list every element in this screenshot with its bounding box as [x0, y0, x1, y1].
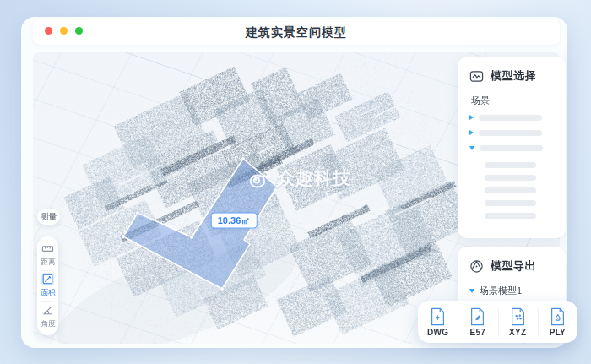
chevron-right-icon — [469, 130, 474, 135]
dwg-file-icon — [430, 307, 446, 326]
skeleton-bar — [479, 130, 542, 136]
model-select-icon — [469, 69, 484, 84]
scene-tree-child[interactable] — [485, 162, 536, 168]
skeleton-bar — [480, 145, 543, 151]
titlebar: 建筑实景空间模型 — [33, 19, 560, 45]
weibo-logo-icon — [247, 166, 273, 191]
export-model-dropdown[interactable]: 场景模型1 — [469, 285, 554, 297]
scene-tree-child[interactable] — [485, 213, 536, 219]
measurement-value-badge: 10.36㎡ — [211, 213, 258, 229]
measure-mode-button[interactable]: 测量 — [37, 209, 60, 225]
divider — [41, 270, 54, 271]
window-title: 建筑实景空间模型 — [33, 19, 560, 45]
tool-area[interactable]: 面积 — [41, 273, 56, 298]
panel-title: 模型选择 — [491, 68, 536, 84]
angle-icon — [41, 304, 54, 317]
panel-title: 模型导出 — [491, 258, 536, 274]
model-select-panel: 模型选择 场景 — [458, 57, 566, 238]
scene-tree-node[interactable] — [469, 110, 554, 125]
scene-tree-node[interactable] — [469, 125, 554, 140]
skeleton-bar — [479, 115, 542, 121]
export-dwg-button[interactable]: DWG — [418, 301, 458, 343]
measure-tools-toolbar: 距离 面积 角度 — [37, 236, 58, 335]
chevron-right-icon — [469, 115, 474, 120]
ply-file-icon — [550, 307, 566, 326]
watermark-text: 众趣科技 — [277, 166, 351, 190]
e57-file-icon — [469, 307, 485, 326]
export-e57-button[interactable]: E57 — [458, 301, 497, 343]
model-export-icon — [469, 259, 484, 274]
tool-distance[interactable]: 距离 — [41, 242, 56, 268]
divider — [41, 301, 54, 302]
scene-section-label: 场景 — [471, 95, 554, 107]
export-format-bar: DWG E57 XYZ PLY — [418, 301, 577, 343]
chevron-down-icon — [469, 146, 474, 150]
scene-tree-child[interactable] — [485, 200, 536, 206]
export-xyz-button[interactable]: XYZ — [498, 301, 538, 343]
xyz-file-icon — [510, 307, 526, 326]
tool-angle[interactable]: 角度 — [41, 304, 56, 329]
area-pen-icon — [41, 273, 54, 285]
export-ply-button[interactable]: PLY — [538, 301, 577, 343]
scene-tree-node-expanded[interactable] — [469, 140, 554, 155]
scene-tree-child[interactable] — [485, 175, 536, 181]
scene-tree-child[interactable] — [485, 187, 536, 193]
ruler-icon — [41, 242, 54, 255]
chevron-down-icon — [469, 289, 474, 293]
watermark: 众趣科技 — [247, 166, 351, 191]
